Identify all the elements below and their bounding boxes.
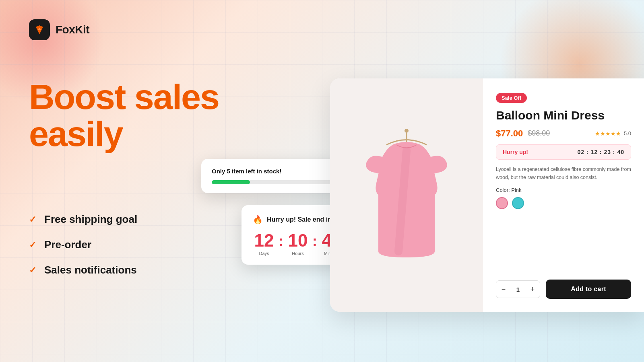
fire-icon: 🔥: [253, 215, 263, 224]
stock-text: Only 5 item left in stock!: [212, 168, 340, 175]
check-icon-2: ✓: [29, 240, 36, 250]
time-value-days: 12: [254, 232, 274, 249]
swatch-teal[interactable]: [512, 197, 524, 209]
product-name: Balloon Mini Dress: [496, 109, 631, 123]
time-value-hours: 10: [288, 232, 308, 249]
time-block-days: 12 Days: [253, 232, 275, 256]
feature-label-2: Pre-order: [44, 239, 91, 251]
quantity-control: − 1 +: [496, 280, 540, 298]
color-label: Color: Pink: [496, 187, 631, 193]
price-row: $77.00 $98.00 ★★★★★ 5.0: [496, 128, 631, 139]
sale-badge: Sale Off: [496, 93, 527, 103]
star-icons: ★★★★★: [595, 130, 621, 137]
quantity-value: 1: [511, 286, 525, 293]
product-details: Sale Off Balloon Mini Dress $77.00 $98.0…: [483, 78, 644, 312]
check-icon-1: ✓: [29, 214, 36, 225]
time-label-hours: Hours: [292, 251, 303, 256]
rating-stars: ★★★★★ 5.0: [595, 130, 631, 137]
feature-label-1: Free shipping goal: [44, 213, 137, 226]
colon-2: :: [312, 233, 317, 250]
color-section: Color: Pink: [496, 187, 631, 209]
add-to-cart-button[interactable]: Add to cart: [546, 280, 631, 299]
hurry-bar: Hurry up! 02 : 12 : 23 : 40: [496, 144, 631, 160]
hero-title: Boost sales easily: [29, 78, 219, 153]
svg-point-1: [405, 129, 409, 133]
hurry-timer: 02 : 12 : 23 : 40: [577, 149, 624, 155]
progress-bar-fill: [212, 180, 250, 184]
brand-name: FoxKit: [56, 23, 89, 36]
feature-item-1: ✓ Free shipping goal: [29, 213, 137, 226]
progress-bar-bg: [212, 180, 340, 184]
logo-icon: [29, 19, 50, 40]
stock-card: Only 5 item left in stock!: [201, 159, 350, 193]
feature-label-3: Sales notifications: [44, 264, 137, 276]
quantity-decrease-button[interactable]: −: [496, 281, 511, 298]
countdown-title: Hurry up! Sale end in: [267, 216, 332, 223]
feature-item-3: ✓ Sales notifications: [29, 264, 137, 276]
swatch-pink[interactable]: [496, 197, 508, 209]
rating-value: 5.0: [624, 130, 631, 136]
logo-area: FoxKit: [29, 19, 89, 40]
colon-1: :: [279, 233, 283, 250]
cart-row: − 1 + Add to cart: [496, 280, 631, 299]
price-current: $77.00: [496, 128, 523, 139]
time-block-hours: 10 Hours: [287, 232, 309, 256]
product-dress-image: [354, 127, 459, 263]
feature-list: ✓ Free shipping goal ✓ Pre-order ✓ Sales…: [29, 213, 137, 276]
time-label-days: Days: [259, 251, 269, 256]
price-original: $98.00: [528, 129, 550, 138]
color-swatches: [496, 197, 631, 209]
product-description: Lyocell is a regenerated cellulose fibre…: [496, 165, 631, 181]
quantity-increase-button[interactable]: +: [525, 281, 540, 298]
product-card: Sale Off Balloon Mini Dress $77.00 $98.0…: [330, 78, 644, 312]
product-image-area: [330, 78, 483, 312]
feature-item-2: ✓ Pre-order: [29, 239, 137, 251]
hero-section: Boost sales easily: [29, 78, 219, 153]
check-icon-3: ✓: [29, 265, 36, 276]
hurry-label: Hurry up!: [503, 149, 528, 155]
